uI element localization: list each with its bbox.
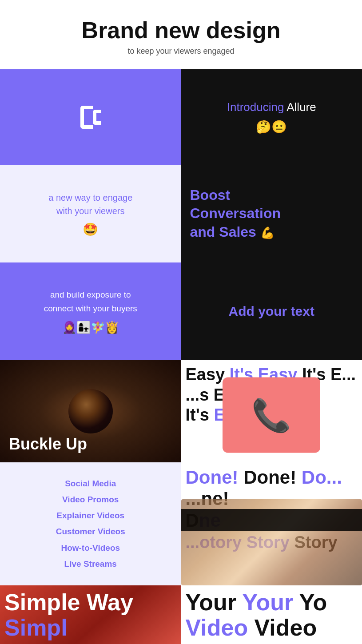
buyers-line1: and build exposure to	[50, 290, 131, 299]
page-subtitle: to keep your viewers engaged	[9, 47, 353, 56]
easy-word-6: It's	[186, 405, 209, 424]
phone-overlay: 📞	[223, 378, 320, 453]
simple-word-3: mp	[4, 640, 39, 644]
your-word-2: Your	[243, 589, 299, 615]
engage-line1: a new way to engage	[48, 193, 132, 203]
done-word-3: Do...	[302, 467, 342, 488]
addtext-cell: Add your text	[181, 262, 362, 360]
buckle-up-text: Buckle Up	[9, 435, 87, 453]
addtext-label: Add your text	[229, 304, 314, 319]
iris	[68, 389, 113, 433]
easy-word-4: ...s E	[186, 386, 225, 404]
buyers-emojis: 🧕👩‍👧🧚‍♀️👸	[62, 321, 119, 334]
your-word-1: Your	[186, 589, 243, 615]
logo-icon	[80, 106, 101, 129]
boost-cell: Boost Conversation and Sales 💪	[181, 165, 362, 262]
list-item-explainer: Explainer Videos	[56, 508, 125, 524]
buyers-text: and build exposure to connect with your …	[44, 288, 137, 315]
logo-cell	[0, 69, 181, 165]
easy-cell: Easy It's Easy It's E... ...s EIt's It's…	[181, 360, 362, 462]
logo-bracket-left	[80, 106, 93, 129]
list-cell: Social Media Video Promos Explainer Vide…	[0, 462, 181, 585]
engage-emoji: 🤩	[83, 222, 98, 237]
buyers-line2: connect with your buyers	[44, 304, 137, 313]
list-item-social-media: Social Media	[56, 476, 125, 492]
page-title: Brand new design	[9, 18, 353, 43]
simple-scroll-text: Simple Way Simpl mple Simple Simple	[0, 585, 181, 644]
introducing-emojis: 🤔😐	[256, 119, 287, 134]
phone-emoji: 📞	[251, 399, 291, 431]
your-word-5: Video	[255, 615, 317, 640]
simple-word-1: Simple Way	[4, 589, 133, 615]
engage-line2: with your viewers	[56, 206, 124, 216]
simple-word-2: Simpl	[4, 615, 68, 640]
engage-cell: a new way to engage with your viewers 🤩	[0, 165, 181, 262]
boost-line3: and Sales	[190, 224, 256, 240]
your-word-6: Vid	[186, 640, 221, 644]
introducing-cell: Introducing Allure 🤔😐	[181, 69, 362, 165]
your-scroll-text: Your Your Yo Video Video Vid Story Story	[181, 585, 362, 644]
list-items: Social Media Video Promos Explainer Vide…	[56, 476, 125, 572]
your-word-4: Video	[186, 615, 255, 640]
list-item-howto: How-to-Videos	[56, 540, 125, 556]
your-word-3: Yo	[299, 589, 327, 615]
brand-name: Allure	[286, 100, 316, 114]
done-word-2: Done!	[243, 467, 302, 488]
done-word-1: Done!	[186, 467, 244, 488]
your-cell: Your Your Yo Video Video Vid Story Story	[181, 585, 362, 644]
page-header: Brand new design to keep your viewers en…	[0, 0, 362, 69]
black-bar	[181, 509, 362, 531]
boost-emoji: 💪	[260, 226, 274, 239]
boost-text: Boost Conversation and Sales 💪	[190, 186, 281, 242]
content-grid: Introducing Allure 🤔😐 a new way to engag…	[0, 69, 362, 644]
engage-text: a new way to engage with your viewers	[48, 191, 132, 218]
list-item-customer: Customer Videos	[56, 524, 125, 540]
introducing-text: Introducing Allure	[227, 100, 316, 114]
introducing-label: Introducing	[227, 100, 284, 114]
simple-cell: Simple Way Simpl mple Simple Simple	[0, 585, 181, 644]
boost-line1: Boost	[190, 187, 231, 203]
list-item-livestreams: Live Streams	[56, 556, 125, 572]
list-item-video-promos: Video Promos	[56, 492, 125, 508]
buyers-cell: and build exposure to connect with your …	[0, 262, 181, 360]
eye-cell: Buckle Up	[0, 360, 181, 462]
boost-line2: Conversation	[190, 205, 281, 221]
logo-bracket-right	[93, 110, 101, 125]
simple-word-4: le	[39, 640, 58, 644]
done-cell: Done! Done! Do... ...ne! Dne ...otory St…	[181, 462, 362, 585]
